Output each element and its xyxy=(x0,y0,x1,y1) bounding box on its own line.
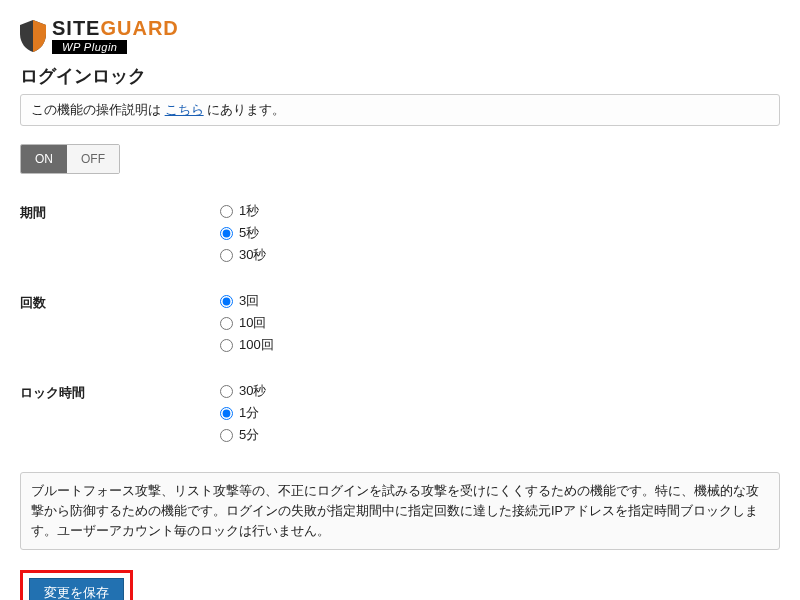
radio-period-2[interactable]: 30秒 xyxy=(220,246,266,264)
plugin-logo: SITEGUARD WP Plugin xyxy=(20,18,780,54)
logo-badge: WP Plugin xyxy=(52,40,127,54)
toggle-on-button[interactable]: ON xyxy=(21,145,67,173)
setting-row-period: 期間 1秒 5秒 30秒 xyxy=(20,202,780,264)
help-suffix: にあります。 xyxy=(204,102,286,117)
toggle-off-button[interactable]: OFF xyxy=(67,145,119,173)
radio-lock-1[interactable]: 1分 xyxy=(220,404,266,422)
page-title: ログインロック xyxy=(20,64,780,88)
logo-text-accent: GUARD xyxy=(100,17,178,39)
setting-label-count: 回数 xyxy=(20,292,220,354)
save-highlight-box: 変更を保存 xyxy=(20,570,133,600)
setting-options-count: 3回 10回 100回 xyxy=(220,292,274,354)
setting-options-period: 1秒 5秒 30秒 xyxy=(220,202,266,264)
feature-description: ブルートフォース攻撃、リスト攻撃等の、不正にログインを試みる攻撃を受けにくくする… xyxy=(20,472,780,550)
setting-label-period: 期間 xyxy=(20,202,220,264)
help-link[interactable]: こちら xyxy=(165,102,204,117)
setting-row-count: 回数 3回 10回 100回 xyxy=(20,292,780,354)
radio-count-1[interactable]: 10回 xyxy=(220,314,274,332)
help-box: この機能の操作説明は こちら にあります。 xyxy=(20,94,780,126)
logo-text-main: SITE xyxy=(52,17,100,39)
radio-count-2[interactable]: 100回 xyxy=(220,336,274,354)
setting-label-lock: ロック時間 xyxy=(20,382,220,444)
radio-lock-0[interactable]: 30秒 xyxy=(220,382,266,400)
help-prefix: この機能の操作説明は xyxy=(31,102,165,117)
radio-period-0[interactable]: 1秒 xyxy=(220,202,266,220)
setting-options-lock: 30秒 1分 5分 xyxy=(220,382,266,444)
radio-period-1[interactable]: 5秒 xyxy=(220,224,266,242)
feature-toggle: ON OFF xyxy=(20,144,120,174)
save-button[interactable]: 変更を保存 xyxy=(29,578,124,600)
logo-text: SITEGUARD WP Plugin xyxy=(52,18,179,54)
setting-row-lock: ロック時間 30秒 1分 5分 xyxy=(20,382,780,444)
radio-lock-2[interactable]: 5分 xyxy=(220,426,266,444)
shield-icon xyxy=(20,20,46,52)
radio-count-0[interactable]: 3回 xyxy=(220,292,274,310)
